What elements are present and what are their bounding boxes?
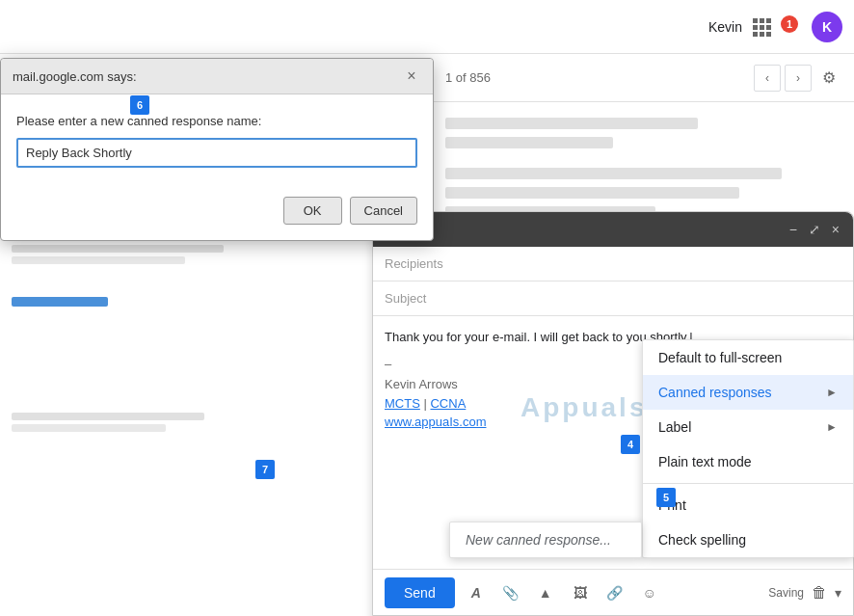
step-badge-5: 5: [656, 488, 676, 507]
compose-to-field[interactable]: Recipients: [373, 247, 853, 281]
step-badge-4: 4: [621, 435, 640, 454]
prev-email-button[interactable]: ‹: [754, 65, 781, 92]
canned-responses-submenu: New canned response...: [449, 522, 642, 558]
grid-icon[interactable]: [750, 15, 773, 39]
svg-rect-2: [766, 18, 771, 23]
compose-maximize-button[interactable]: ⤢: [807, 220, 822, 239]
sig-cert2: CCNA: [430, 396, 466, 411]
notification-count: 1: [781, 15, 798, 33]
dialog-label: Please enter a new canned response name:: [16, 114, 417, 128]
submenu-arrow: ►: [826, 386, 838, 399]
svg-rect-7: [760, 32, 764, 37]
step-badge-7: 7: [255, 460, 275, 479]
menu-item-check-spelling[interactable]: Check spelling: [643, 522, 853, 557]
dialog-titlebar: mail.google.com says: ×: [1, 59, 433, 94]
settings-icon[interactable]: ⚙: [815, 65, 842, 92]
delete-draft-icon[interactable]: 🗑: [812, 584, 827, 602]
canned-response-name-input[interactable]: [16, 138, 417, 168]
compose-subject-field[interactable]: Subject: [373, 281, 853, 316]
header-username: Kevin: [708, 19, 742, 35]
menu-divider: [643, 483, 853, 484]
menu-item-label[interactable]: Label ►: [643, 410, 853, 444]
dialog-body: Please enter a new canned response name:: [1, 94, 433, 187]
compose-header-icons: − ⤢ ×: [787, 220, 841, 239]
drive-icon[interactable]: ▲: [532, 579, 559, 606]
dialog-cancel-button[interactable]: Cancel: [350, 197, 417, 225]
dialog-title: mail.google.com says:: [13, 69, 137, 84]
emoji-icon[interactable]: ☺: [636, 579, 663, 606]
more-options-icon[interactable]: ▾: [835, 585, 841, 601]
context-menu: Default to full-screen Canned responses …: [642, 339, 854, 558]
email-toolbar: 1 of 856 ‹ › ⚙: [434, 54, 854, 102]
next-email-button[interactable]: ›: [785, 65, 812, 92]
attach-icon[interactable]: 📎: [497, 579, 524, 606]
menu-item-canned-responses[interactable]: Canned responses ►: [643, 375, 853, 410]
svg-rect-8: [766, 32, 771, 37]
dialog-close-button[interactable]: ×: [402, 67, 421, 86]
svg-rect-3: [753, 25, 758, 30]
link-icon[interactable]: 🔗: [601, 579, 628, 606]
svg-rect-6: [753, 32, 758, 37]
gmail-header: Kevin 1 K: [0, 0, 854, 54]
compose-minimize-button[interactable]: −: [787, 220, 799, 239]
dialog-buttons: OK Cancel: [1, 187, 433, 240]
user-avatar[interactable]: K: [812, 12, 842, 42]
compose-close-button[interactable]: ×: [830, 220, 841, 239]
sig-cert1: MCTS: [385, 396, 420, 411]
dialog-box: mail.google.com says: × Please enter a n…: [0, 58, 434, 241]
send-button[interactable]: Send: [385, 577, 455, 608]
compose-footer: Send A 📎 ▲ 🖼 🔗 ☺ Saving 🗑 ▾: [373, 569, 853, 615]
svg-rect-1: [760, 18, 764, 23]
dialog-ok-button[interactable]: OK: [283, 197, 342, 225]
nav-arrows: ‹ › ⚙: [754, 65, 842, 92]
svg-rect-0: [753, 18, 758, 23]
submenu-arrow: ►: [826, 420, 838, 434]
photo-icon[interactable]: 🖼: [567, 579, 594, 606]
svg-rect-5: [766, 25, 771, 30]
compose-header: age − ⤢ ×: [373, 212, 853, 247]
svg-rect-4: [760, 25, 764, 30]
step-badge-6: 6: [130, 95, 149, 115]
menu-item-fullscreen[interactable]: Default to full-screen: [643, 340, 853, 375]
format-text-icon[interactable]: A: [463, 579, 490, 606]
menu-item-plain-text[interactable]: Plain text mode: [643, 444, 853, 479]
email-count: 1 of 856: [445, 70, 491, 85]
new-canned-response-item[interactable]: New canned response...: [450, 522, 641, 557]
notification-badge[interactable]: 1: [781, 15, 804, 39]
saving-status: Saving: [768, 586, 804, 600]
